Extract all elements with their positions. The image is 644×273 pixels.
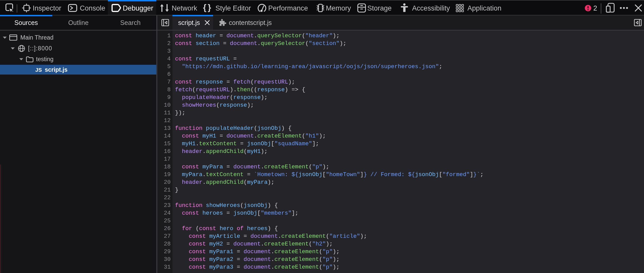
svg-text:{}: {} xyxy=(203,3,212,12)
